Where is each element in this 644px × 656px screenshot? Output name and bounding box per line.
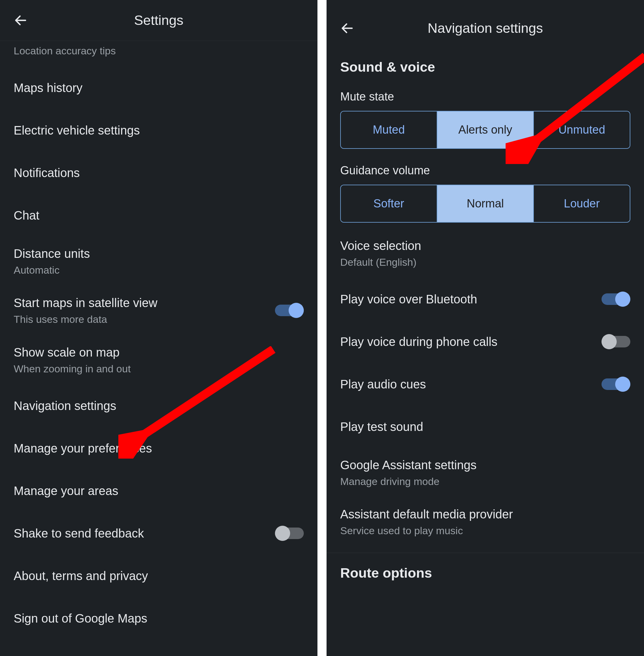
settings-item-show-scale[interactable]: Show scale on mapWhen zooming in and out <box>0 335 318 385</box>
item-title: Notifications <box>14 165 80 181</box>
settings-list: Location accuracy tipsMaps historyElectr… <box>0 41 318 640</box>
item-title: Start maps in satellite view <box>14 295 158 311</box>
toggle-audio-cues[interactable] <box>601 377 630 392</box>
settings-item-voice-bluetooth[interactable]: Play voice over Bluetooth <box>326 278 644 321</box>
app-bar: Settings <box>0 0 318 41</box>
toggle-satellite-view[interactable] <box>275 303 304 318</box>
item-title: Sign out of Google Maps <box>14 610 147 626</box>
settings-item-satellite-view[interactable]: Start maps in satellite viewThis uses mo… <box>0 286 318 335</box>
item-title: Assistant default media provider <box>340 506 513 522</box>
item-title: Play voice during phone calls <box>340 334 498 350</box>
guidance-volume-segmented: SofterNormalLouder <box>340 185 630 223</box>
settings-item-voice-selection[interactable]: Voice selectionDefault (English) <box>326 229 644 278</box>
page-title: Settings <box>29 13 289 28</box>
item-title: Voice selection <box>340 238 421 254</box>
arrow-back-icon <box>13 13 28 28</box>
item-title: Navigation settings <box>14 398 116 414</box>
item-title: Manage your preferences <box>14 440 152 456</box>
item-title: Google Assistant settings <box>340 457 477 473</box>
toggle-shake-feedback[interactable] <box>275 526 304 541</box>
toggle-voice-phone-calls[interactable] <box>601 334 630 349</box>
item-title: Chat <box>14 207 40 223</box>
settings-item-sign-out[interactable]: Sign out of Google Maps <box>0 597 318 640</box>
guidance-volume-option-normal[interactable]: Normal <box>437 185 534 222</box>
mute-state-segmented: MutedAlerts onlyUnmuted <box>340 111 630 149</box>
settings-item-audio-cues[interactable]: Play audio cues <box>326 363 644 406</box>
settings-item-assistant-settings[interactable]: Google Assistant settingsManage driving … <box>326 448 644 497</box>
settings-item-distance-units[interactable]: Distance unitsAutomatic <box>0 237 318 286</box>
settings-item-maps-history[interactable]: Maps history <box>0 66 318 109</box>
guidance-volume-option-softer[interactable]: Softer <box>341 185 437 222</box>
item-title: Manage your areas <box>14 483 118 499</box>
settings-item-chat[interactable]: Chat <box>0 194 318 237</box>
guidance-volume-option-louder[interactable]: Louder <box>534 185 630 222</box>
settings-item-test-sound[interactable]: Play test sound <box>326 406 644 448</box>
item-title: Electric vehicle settings <box>14 123 140 138</box>
arrow-back-icon <box>340 21 354 36</box>
item-title: Show scale on map <box>14 344 131 360</box>
back-button[interactable] <box>12 12 29 29</box>
item-subtitle: This uses more data <box>14 312 158 326</box>
navigation-settings-screen: Navigation settings Sound & voice Mute s… <box>326 0 644 656</box>
settings-item-manage-areas[interactable]: Manage your areas <box>0 469 318 512</box>
item-title: Play voice over Bluetooth <box>340 291 477 307</box>
settings-item-about[interactable]: About, terms and privacy <box>0 554 318 597</box>
settings-item-location-accuracy[interactable]: Location accuracy tips <box>0 41 318 66</box>
item-subtitle: Service used to play music <box>340 524 513 537</box>
settings-item-ev-settings[interactable]: Electric vehicle settings <box>0 109 318 152</box>
settings-screen: Settings Location accuracy tipsMaps hist… <box>0 0 318 656</box>
item-title: Play audio cues <box>340 376 426 392</box>
settings-item-manage-preferences[interactable]: Manage your preferences <box>0 427 318 469</box>
item-title: Shake to send feedback <box>14 525 144 541</box>
item-subtitle: When zooming in and out <box>14 362 131 375</box>
section-header-sound-voice: Sound & voice <box>326 47 644 81</box>
settings-item-voice-phone-calls[interactable]: Play voice during phone calls <box>326 321 644 363</box>
item-subtitle: Automatic <box>14 263 90 277</box>
app-bar: Navigation settings <box>326 0 644 47</box>
item-title: About, terms and privacy <box>14 568 148 584</box>
back-button[interactable] <box>339 20 355 37</box>
item-title: Maps history <box>14 80 83 96</box>
mute-state-option-unmuted[interactable]: Unmuted <box>534 111 630 148</box>
page-title: Navigation settings <box>355 20 615 36</box>
guidance-volume-label: Guidance volume <box>326 155 644 182</box>
item-subtitle: Manage driving mode <box>340 475 477 488</box>
item-title: Location accuracy tips <box>14 44 116 58</box>
toggle-voice-bluetooth[interactable] <box>601 291 630 307</box>
mute-state-label: Mute state <box>326 81 644 108</box>
settings-item-notifications[interactable]: Notifications <box>0 152 318 194</box>
settings-item-shake-feedback[interactable]: Shake to send feedback <box>0 512 318 554</box>
mute-state-option-muted[interactable]: Muted <box>341 111 437 148</box>
item-title: Distance units <box>14 246 90 262</box>
settings-item-navigation-settings[interactable]: Navigation settings <box>0 385 318 427</box>
item-title: Play test sound <box>340 419 423 435</box>
section-header-route-options: Route options <box>326 553 644 587</box>
item-subtitle: Default (English) <box>340 256 421 269</box>
settings-item-media-provider[interactable]: Assistant default media providerService … <box>326 497 644 546</box>
sound-voice-list: Voice selectionDefault (English)Play voi… <box>326 229 644 547</box>
mute-state-option-alerts-only[interactable]: Alerts only <box>437 111 534 148</box>
